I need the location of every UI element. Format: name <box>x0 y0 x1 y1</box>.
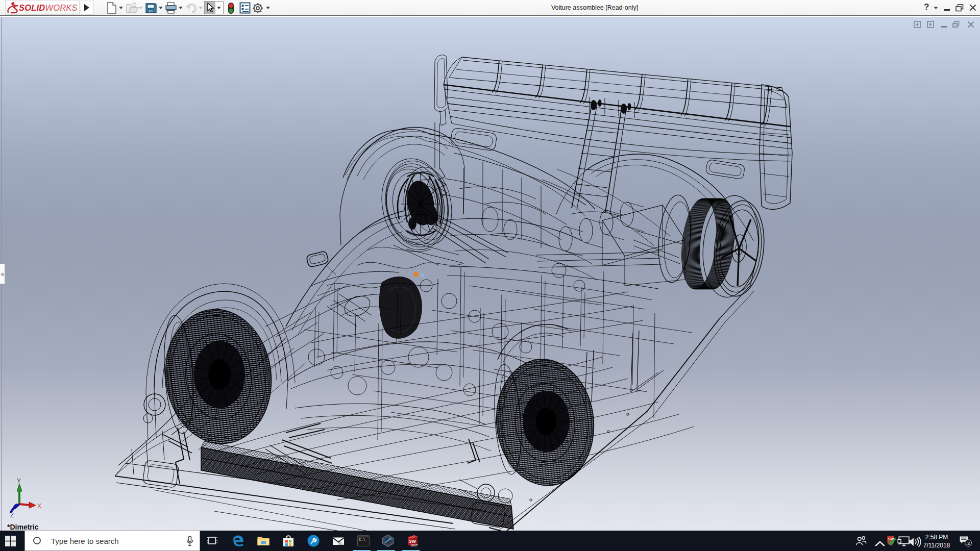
svg-text:X: X <box>37 503 41 510</box>
svg-text:SW: SW <box>409 539 416 544</box>
svg-text:2: 2 <box>967 540 970 546</box>
svg-text:Y: Y <box>17 478 21 485</box>
svg-text:Z: Z <box>10 512 14 519</box>
svg-text:2017: 2017 <box>411 544 418 547</box>
svg-text:C:\_: C:\_ <box>359 538 368 542</box>
